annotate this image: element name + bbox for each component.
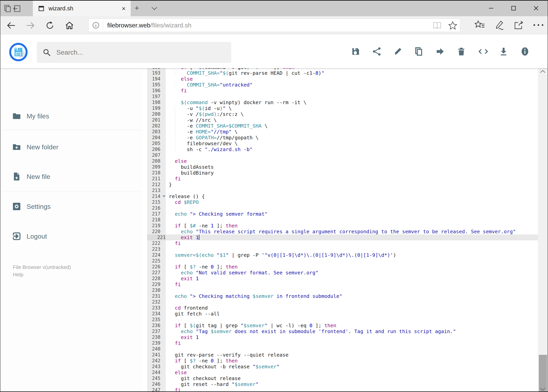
fold-arrow-icon[interactable]	[162, 195, 166, 197]
code-line[interactable]: fi	[169, 240, 181, 246]
code-token: "	[226, 252, 229, 258]
sidebar-item-settings[interactable]: Settings	[0, 198, 143, 215]
code-line[interactable]: if [ $(git tag | grep "$semver" | wc -l)…	[169, 322, 336, 328]
save-icon[interactable]	[351, 47, 360, 56]
code-line[interactable]: if [ $# -ne 1 ]; then	[169, 223, 238, 229]
code-line[interactable]: git checkout release	[169, 375, 241, 381]
code-line[interactable]: release () {	[169, 193, 205, 199]
line-number: 240	[147, 346, 160, 352]
search-input[interactable]: Search...	[37, 42, 231, 63]
code-line[interactable]: }	[169, 182, 172, 188]
close-window-button[interactable]	[527, 0, 545, 16]
code-line[interactable]: echo "This release script requires a sin…	[169, 229, 516, 234]
forward-icon[interactable]	[25, 21, 35, 30]
code-line[interactable]: exit 1	[169, 334, 199, 340]
code-line[interactable]: git reset --hard "$semver"	[169, 381, 259, 387]
favorite-star-icon[interactable]	[448, 21, 457, 30]
url-host: filebrowser.web	[107, 22, 150, 29]
code-line[interactable]: git fetch --all	[169, 311, 220, 317]
share-page-icon[interactable]	[514, 20, 524, 30]
scroll-down-icon[interactable]	[540, 387, 546, 391]
scrollbar-thumb[interactable]	[539, 355, 547, 392]
code-line[interactable]: fi	[169, 387, 181, 392]
share-icon[interactable]	[372, 47, 381, 56]
sidebar-item-my-files[interactable]: My files	[0, 107, 143, 125]
code-line[interactable]: if [ $? -ne 0 ]; then	[169, 358, 238, 364]
code-editor[interactable]: 1921931941951961971981992002012022032042…	[143, 68, 548, 392]
code-line[interactable]: -v /$(pwd):/src:z \	[169, 111, 243, 117]
scrollbar[interactable]	[538, 68, 548, 392]
reading-view-icon[interactable]	[433, 21, 442, 29]
site-info-icon[interactable]	[92, 21, 100, 29]
code-line[interactable]: if [ "$(command -v git)" != "" ]; then	[169, 68, 294, 70]
code-line[interactable]: -e GOPATH=//tmp/gopath \	[169, 135, 259, 140]
code-line[interactable]: buildAssets	[169, 164, 214, 170]
code-line[interactable]: git checkout -b release "$semver"	[169, 364, 280, 370]
code-line[interactable]: exit 1	[169, 276, 199, 281]
code-line[interactable]: echo "Not valid semver format. See semve…	[169, 270, 318, 276]
code-line[interactable]: git rev-parse --verify --quiet release	[169, 352, 288, 358]
sidebar-item-new-folder[interactable]: New folder	[0, 138, 143, 156]
code-line[interactable]: else	[169, 158, 187, 164]
code-line[interactable]: COMMIT_SHA="untracked"	[169, 82, 253, 88]
code-line[interactable]: $(command -v winpty) docker run --rm -it…	[169, 99, 306, 105]
sidebar-item-logout[interactable]: Logout	[0, 227, 143, 245]
code-icon[interactable]	[478, 47, 487, 56]
minimize-button[interactable]	[482, 0, 500, 16]
tab-list-chevron-icon[interactable]	[151, 7, 158, 11]
code-line[interactable]: -w //src \	[169, 117, 217, 123]
code-line[interactable]: -e HOME="//tmp" \	[169, 129, 238, 135]
code-token: if	[175, 358, 181, 364]
more-options-icon[interactable]	[533, 24, 544, 26]
code-line[interactable]: sh -c "./wizard.sh -b"	[169, 146, 253, 152]
move-icon[interactable]	[436, 47, 444, 56]
code-line[interactable]: semver=$(echo "$1" | grep -P '^v(0|[1-9]…	[169, 252, 396, 258]
hub-favorites-icon[interactable]	[475, 20, 485, 30]
code-token: "	[196, 68, 199, 70]
edit-icon[interactable]	[393, 47, 402, 56]
code-line[interactable]: echo "> Checking matching $semver in fro…	[169, 293, 342, 299]
line-number: 235	[147, 317, 160, 322]
code-token	[169, 211, 175, 217]
copy-icon[interactable]	[414, 47, 423, 56]
refresh-icon[interactable]	[45, 21, 55, 30]
code-line[interactable]: fi	[169, 281, 181, 287]
sidebar-item-new-file[interactable]: New file	[0, 168, 143, 185]
code-line[interactable]: exit 1	[169, 234, 199, 240]
annotate-pen-icon[interactable]	[494, 20, 504, 30]
new-tab-button[interactable]: +	[135, 4, 139, 13]
code-line[interactable]: -e COMMIT_SHA=$COMMIT_SHA \	[169, 123, 267, 129]
code-line[interactable]: buildBinary	[169, 170, 214, 176]
code-line[interactable]: echo "> Checking semver format"	[169, 211, 267, 217]
code-token: "//tmp"	[211, 129, 232, 135]
download-icon[interactable]	[499, 47, 508, 56]
code-token: | grep -P	[229, 252, 262, 258]
code-line[interactable]: -u "$(id -u)" \	[169, 105, 232, 111]
url-bar[interactable]: filebrowser.web/files/wizard.sh	[88, 19, 460, 32]
code-line[interactable]: if [ $? -ne 0 ]; then	[169, 264, 238, 270]
home-icon[interactable]	[65, 21, 74, 30]
code-line[interactable]: filebrowser/dev \	[169, 140, 238, 146]
set-tabs-aside-icon[interactable]	[13, 4, 21, 13]
scroll-up-icon[interactable]	[540, 70, 546, 73]
code-line[interactable]: echo "Tag $semver does not exist in subm…	[169, 328, 456, 334]
maximize-button[interactable]	[505, 0, 522, 16]
info-icon[interactable]	[520, 47, 529, 56]
code-line[interactable]: fi	[169, 176, 181, 182]
code-line[interactable]: COMMIT_SHA="$(git rev-parse HEAD | cut -…	[169, 70, 324, 76]
delete-icon[interactable]	[457, 47, 466, 56]
code-line[interactable]: else	[169, 370, 187, 375]
code-token	[193, 334, 196, 340]
code-line[interactable]: cd $REPO	[169, 199, 199, 205]
tab-preview-icon[interactable]	[3, 4, 12, 13]
line-number: 195	[147, 82, 160, 88]
code-line[interactable]: fi	[169, 88, 187, 94]
back-icon[interactable]	[6, 21, 16, 30]
code-line[interactable]: cd frontend	[169, 305, 208, 311]
help-link[interactable]: Help	[13, 272, 23, 278]
tab-close-icon[interactable]: ×	[122, 5, 126, 12]
filebrowser-logo[interactable]	[9, 43, 28, 62]
browser-tab[interactable]: wizard.sh ×	[33, 0, 131, 16]
code-line[interactable]: else	[169, 76, 193, 82]
code-line[interactable]: fi	[169, 340, 181, 346]
